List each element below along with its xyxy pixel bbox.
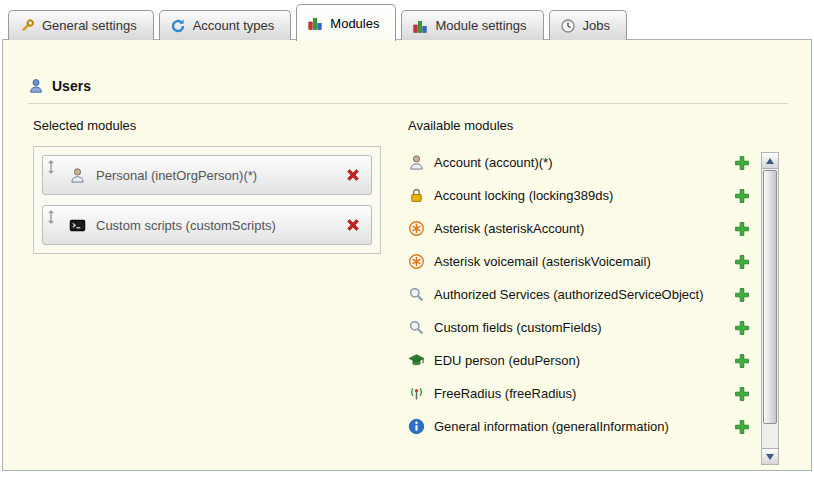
available-module-row: Authorized Services (authorizedServiceOb… (408, 278, 750, 311)
person-icon (408, 154, 425, 171)
asterisk-icon (408, 220, 425, 237)
selected-module-row[interactable]: Custom scripts (customScripts) (42, 205, 372, 245)
edu-icon (408, 352, 425, 369)
asterisk-icon (408, 253, 425, 270)
available-module-row: Custom fields (customFields) (408, 311, 750, 344)
available-module-label: Account locking (locking389ds) (434, 188, 734, 203)
tab-jobs[interactable]: Jobs (549, 10, 627, 40)
available-module-row: Account locking (locking389ds) (408, 179, 750, 212)
arrow-up-icon (766, 158, 774, 164)
available-module-label: Asterisk (asteriskAccount) (434, 221, 734, 236)
lock-icon (408, 187, 425, 204)
tab-module-settings[interactable]: Module settings (401, 10, 543, 40)
antenna-icon (408, 385, 425, 402)
person-icon (69, 167, 86, 184)
info-icon (408, 418, 425, 435)
tab-label: Account types (193, 18, 275, 33)
add-module-button[interactable] (734, 353, 750, 369)
tab-label: Module settings (435, 18, 526, 33)
available-module-label: EDU person (eduPerson) (434, 353, 734, 368)
account-types-icon (170, 18, 186, 34)
add-module-button[interactable] (734, 320, 750, 336)
available-module-label: Asterisk voicemail (asteriskVoicemail) (434, 254, 734, 269)
add-module-button[interactable] (734, 221, 750, 237)
scrollbar-thumb[interactable] (763, 170, 777, 424)
add-module-button[interactable] (734, 287, 750, 303)
remove-module-button[interactable] (345, 167, 361, 183)
tab-label: Jobs (583, 18, 610, 33)
scroll-down-button[interactable] (762, 448, 778, 464)
wrench-icon (19, 18, 35, 34)
jobs-icon (560, 18, 576, 34)
available-module-row: EDU person (eduPerson) (408, 344, 750, 377)
lam-configuration-screen: General settings Account types Modules M… (0, 0, 814, 478)
add-module-button[interactable] (734, 419, 750, 435)
section-title: Users (52, 78, 91, 94)
available-module-label: General information (generalInformation) (434, 419, 734, 434)
selected-module-label: Personal (inetOrgPerson)(*) (96, 168, 345, 183)
selected-module-label: Custom scripts (customScripts) (96, 218, 345, 233)
section-header-users: Users (28, 78, 788, 104)
tab-label: Modules (330, 16, 379, 31)
terminal-icon (69, 217, 86, 234)
user-icon (28, 78, 44, 94)
tab-modules[interactable]: Modules (296, 4, 396, 41)
drag-handle-icon[interactable] (46, 209, 56, 223)
add-module-button[interactable] (734, 155, 750, 171)
module-settings-icon (412, 18, 428, 34)
magnifier-icon (408, 286, 425, 303)
arrow-down-icon (766, 454, 774, 460)
available-module-row: General information (generalInformation) (408, 410, 750, 443)
available-module-label: Account (account)(*) (434, 155, 734, 170)
available-module-label: Custom fields (customFields) (434, 320, 734, 335)
tab-bar: General settings Account types Modules M… (8, 4, 627, 40)
available-module-label: FreeRadius (freeRadius) (434, 386, 734, 401)
tab-general-settings[interactable]: General settings (8, 10, 154, 40)
add-module-button[interactable] (734, 254, 750, 270)
available-module-label: Authorized Services (authorizedServiceOb… (434, 287, 734, 302)
available-module-row: Asterisk voicemail (asteriskVoicemail) (408, 245, 750, 278)
tab-label: General settings (42, 18, 137, 33)
remove-module-button[interactable] (345, 217, 361, 233)
available-module-row: FreeRadius (freeRadius) (408, 377, 750, 410)
available-module-row: Account (account)(*) (408, 146, 750, 179)
selected-modules-heading: Selected modules (33, 118, 136, 133)
drag-handle-icon[interactable] (46, 159, 56, 173)
scroll-up-button[interactable] (762, 153, 778, 169)
available-modules-heading: Available modules (408, 118, 513, 133)
add-module-button[interactable] (734, 386, 750, 402)
selected-modules-box: Personal (inetOrgPerson)(*) Custom scrip… (33, 146, 381, 254)
magnifier-icon (408, 319, 425, 336)
modules-icon (307, 15, 323, 31)
add-module-button[interactable] (734, 188, 750, 204)
available-modules-scrollbar[interactable] (761, 152, 779, 465)
selected-module-row[interactable]: Personal (inetOrgPerson)(*) (42, 155, 372, 195)
tab-account-types[interactable]: Account types (159, 10, 292, 40)
available-modules-list: Account (account)(*) Account locking (lo… (408, 146, 750, 443)
available-module-row: Asterisk (asteriskAccount) (408, 212, 750, 245)
